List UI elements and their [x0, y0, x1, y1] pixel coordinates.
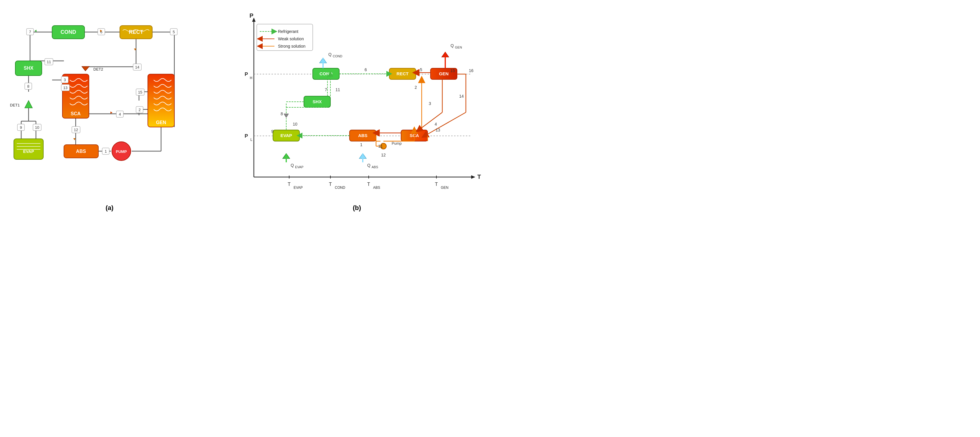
- diagram-a-label: (a): [6, 204, 213, 212]
- svg-text:13: 13: [436, 128, 440, 132]
- svg-text:7: 7: [325, 87, 327, 92]
- svg-text:7: 7: [29, 30, 31, 34]
- svg-text:COND: COND: [333, 54, 342, 58]
- svg-text:T: T: [367, 182, 370, 187]
- svg-text:EVAP: EVAP: [294, 185, 303, 190]
- svg-text:12: 12: [74, 128, 78, 132]
- svg-text:SHX: SHX: [24, 66, 33, 71]
- svg-text:SHX: SHX: [313, 99, 322, 104]
- svg-text:Q: Q: [367, 163, 371, 168]
- svg-text:Q: Q: [328, 52, 332, 57]
- diagram-a-svg: COND RECT SHX SCA GEN: [6, 10, 213, 201]
- svg-text:P: P: [245, 71, 248, 77]
- svg-marker-129: [284, 114, 289, 118]
- svg-marker-46: [82, 66, 89, 71]
- svg-text:ABS: ABS: [358, 133, 368, 138]
- svg-text:EVAP: EVAP: [280, 133, 292, 138]
- svg-line-144: [419, 112, 442, 130]
- svg-text:P: P: [245, 133, 248, 139]
- svg-text:EVAP: EVAP: [295, 165, 304, 169]
- svg-line-147: [425, 112, 466, 136]
- svg-text:DET2: DET2: [93, 67, 103, 71]
- svg-text:ABS: ABS: [373, 185, 380, 190]
- svg-text:15: 15: [138, 90, 142, 94]
- svg-text:11: 11: [378, 144, 383, 149]
- svg-text:Weak solution: Weak solution: [278, 36, 304, 41]
- svg-text:6: 6: [364, 67, 367, 72]
- svg-text:10: 10: [293, 122, 298, 127]
- svg-text:COND: COND: [60, 29, 76, 35]
- svg-text:2: 2: [138, 108, 140, 112]
- svg-text:ABS: ABS: [76, 149, 86, 154]
- diagram-b-svg: P T P H P L T EVAP T COND T ABS: [230, 10, 484, 201]
- svg-text:5: 5: [173, 30, 175, 34]
- svg-marker-44: [25, 101, 32, 108]
- svg-text:T: T: [329, 182, 332, 187]
- svg-text:10: 10: [35, 125, 39, 130]
- svg-text:T: T: [477, 174, 481, 180]
- svg-text:Q: Q: [291, 163, 294, 168]
- svg-text:15: 15: [450, 68, 455, 73]
- diagram-b: P T P H P L T EVAP T COND T ABS: [230, 10, 484, 209]
- svg-text:3: 3: [429, 101, 431, 106]
- svg-text:14: 14: [459, 94, 464, 98]
- svg-text:1: 1: [105, 149, 107, 154]
- svg-text:RECT: RECT: [129, 29, 143, 35]
- svg-text:ABS: ABS: [372, 165, 378, 169]
- svg-text:8: 8: [281, 111, 283, 116]
- svg-text:3: 3: [64, 78, 66, 82]
- svg-text:11: 11: [336, 87, 340, 92]
- svg-text:4: 4: [434, 122, 437, 127]
- svg-text:Q: Q: [450, 43, 454, 48]
- diagram-a: COND RECT SHX SCA GEN: [6, 10, 213, 209]
- svg-marker-86: [471, 175, 475, 179]
- svg-text:H: H: [250, 76, 252, 80]
- svg-text:SCA: SCA: [71, 111, 81, 116]
- svg-text:11: 11: [47, 60, 51, 64]
- svg-rect-33: [148, 74, 174, 127]
- svg-text:12: 12: [381, 153, 386, 157]
- svg-text:P: P: [250, 13, 253, 19]
- svg-text:L: L: [250, 138, 252, 142]
- svg-text:Pump: Pump: [391, 141, 402, 146]
- svg-text:Strong solution: Strong solution: [278, 44, 305, 49]
- svg-text:T: T: [435, 182, 438, 187]
- svg-text:2: 2: [415, 85, 417, 90]
- svg-text:13: 13: [63, 86, 67, 90]
- svg-text:T: T: [288, 182, 291, 187]
- svg-text:4: 4: [119, 112, 121, 116]
- svg-text:1: 1: [360, 142, 363, 147]
- svg-text:EVAP: EVAP: [23, 149, 34, 154]
- svg-text:9: 9: [271, 129, 274, 134]
- svg-text:GEN: GEN: [455, 46, 462, 49]
- svg-text:GEN: GEN: [156, 120, 166, 125]
- svg-text:9: 9: [20, 125, 22, 130]
- svg-text:PUMP: PUMP: [116, 149, 127, 154]
- svg-text:16: 16: [469, 68, 474, 73]
- svg-text:GEN: GEN: [439, 71, 449, 76]
- svg-text:8: 8: [27, 84, 29, 89]
- svg-text:Refrigerant: Refrigerant: [278, 29, 298, 34]
- svg-text:14: 14: [135, 65, 139, 70]
- svg-text:RECT: RECT: [397, 71, 409, 76]
- svg-text:5: 5: [420, 67, 422, 72]
- diagram-b-label: (b): [230, 204, 484, 212]
- svg-text:COND: COND: [320, 71, 332, 76]
- main-container: COND RECT SHX SCA GEN: [6, 3, 484, 215]
- svg-text:GEN: GEN: [441, 185, 449, 190]
- svg-text:COND: COND: [335, 185, 345, 190]
- svg-text:DET1: DET1: [10, 103, 20, 107]
